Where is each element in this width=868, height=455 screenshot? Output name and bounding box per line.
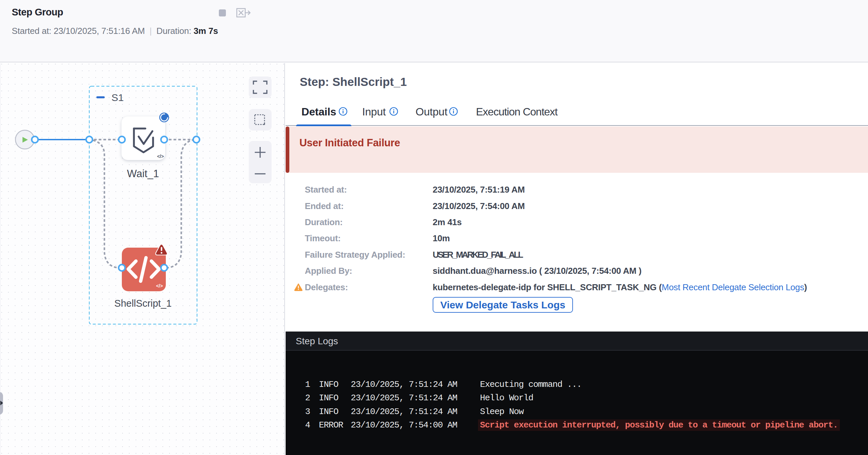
svg-text:</>: </> — [156, 283, 163, 289]
svg-text:</>: </> — [157, 154, 164, 159]
svg-text:S1: S1 — [112, 92, 124, 103]
